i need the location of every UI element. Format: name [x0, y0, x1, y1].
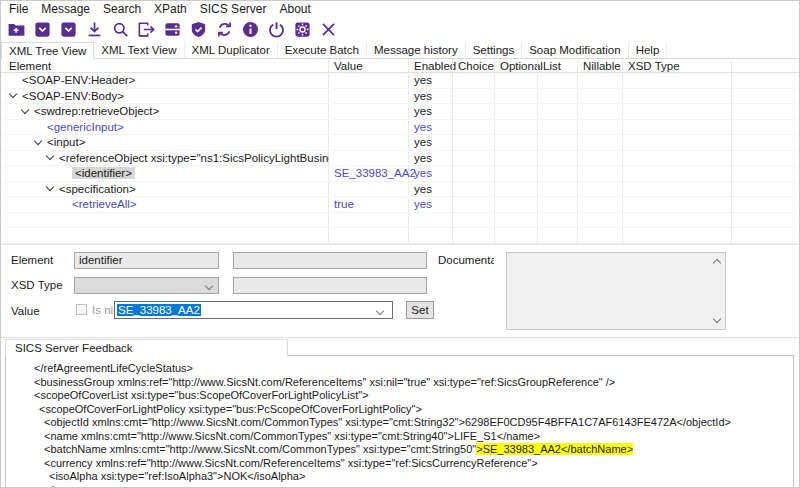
menu-bar: File Message Search XPath SICS Server Ab…: [1, 1, 799, 16]
feedback-content[interactable]: </refAgreementLifeCycleStatus> <business…: [5, 355, 794, 488]
tree-row-specification[interactable]: <specification> yes: [1, 182, 799, 198]
menu-about[interactable]: About: [279, 2, 310, 16]
column-header-value[interactable]: Value: [329, 60, 409, 72]
column-header-xsd-type[interactable]: XSD Type: [623, 60, 732, 72]
element-label: Element: [11, 254, 53, 266]
column-header-list[interactable]: List: [538, 60, 578, 72]
xml-line: <name xmlns:cmt="http://www.SicsNt.com/C…: [6, 430, 793, 444]
value-label: Value: [11, 305, 40, 317]
search-icon[interactable]: [111, 20, 130, 39]
column-header-enabled[interactable]: Enabled: [409, 60, 453, 72]
column-header-choice[interactable]: Choice: [453, 60, 495, 72]
element-tag: <genericInput>: [47, 121, 124, 133]
xml-line: <scopeOfCoverForLightPolicy xsi:type="bu…: [6, 403, 793, 417]
enabled-cell: yes: [409, 90, 432, 102]
xml-line: <currency xmlns:ref="http://www.SicsNt.c…: [6, 457, 793, 471]
element-tag-selected: <identifier>: [72, 167, 135, 179]
xml-line: <businessGroup xmlns:ref="http://www.Sic…: [6, 376, 793, 390]
tab-xml-tree-view[interactable]: XML Tree View: [1, 42, 94, 59]
tree-row-reference-object[interactable]: <referenceObject xsi:type="ns1:SicsPolic…: [1, 151, 799, 167]
column-header-element[interactable]: Element: [1, 60, 329, 72]
element-detail-panel: Element identifier XSD Type Value Is nil…: [1, 244, 799, 337]
xml-line: </refAgreementLifeCycleStatus>: [6, 362, 793, 376]
value-cell: true: [329, 198, 409, 210]
save-message-icon[interactable]: [33, 20, 52, 39]
xml-line: <isoAlpha xsi:type="ref:IsoAlpha3">NOK</…: [6, 470, 793, 484]
element-tag: <swdrep:retrieveObject>: [34, 105, 159, 117]
element-tag: <SOAP-ENV:Body>: [22, 90, 124, 102]
tab-message-history[interactable]: Message history: [367, 42, 466, 58]
value-combobox[interactable]: SE_33983_AA2: [114, 301, 393, 319]
enabled-cell: yes: [409, 136, 432, 148]
xsd-type-extra-field[interactable]: [233, 277, 427, 294]
is-nil-checkbox[interactable]: [76, 304, 87, 315]
set-button[interactable]: Set: [406, 301, 434, 319]
tree-row-retrieve-all[interactable]: <retrieveAll> true yes: [1, 197, 799, 213]
expander-icon[interactable]: [9, 91, 18, 100]
new-folder-icon[interactable]: [7, 20, 26, 39]
download-icon[interactable]: [85, 20, 104, 39]
enabled-cell: yes: [409, 183, 432, 195]
tab-xml-duplicator[interactable]: XML Duplicator: [185, 42, 278, 58]
refresh-icon[interactable]: [215, 20, 234, 39]
enabled-cell: yes: [409, 152, 432, 164]
close-icon[interactable]: [319, 20, 338, 39]
power-icon[interactable]: [267, 20, 286, 39]
enabled-cell: yes: [409, 121, 432, 133]
expander-icon[interactable]: [46, 184, 55, 193]
load-message-icon[interactable]: [59, 20, 78, 39]
element-tag: <referenceObject xsi:type="ns1:SicsPolic…: [59, 152, 329, 164]
documentation-label: Documentation: [438, 254, 494, 266]
menu-search[interactable]: Search: [103, 2, 141, 16]
element-tag: <retrieveAll>: [72, 198, 137, 210]
is-nil-label: Is nil: [92, 304, 116, 316]
element-extra-field[interactable]: [233, 252, 427, 269]
highlighted-batchname-text: >SE_33983_AA2</batchName>: [476, 443, 633, 455]
scroll-up-icon[interactable]: [713, 257, 721, 265]
xml-line-batchname: <batchName xmlns:cmt="http://www.SicsNt.…: [6, 443, 793, 457]
menu-message[interactable]: Message: [41, 2, 90, 16]
tab-settings[interactable]: Settings: [466, 42, 523, 58]
value-selected-text: SE_33983_AA2: [117, 304, 201, 316]
element-tag: <SOAP-ENV:Header>: [22, 74, 135, 86]
layout-icon[interactable]: [163, 20, 182, 39]
element-name-field[interactable]: identifier: [74, 252, 219, 269]
tab-execute-batch[interactable]: Execute Batch: [278, 42, 367, 58]
xsd-type-label: XSD Type: [11, 279, 63, 291]
element-tag: <input>: [47, 136, 85, 148]
xml-line: </currency>: [6, 484, 793, 488]
info-icon[interactable]: [241, 20, 260, 39]
tab-xml-text-view[interactable]: XML Text View: [94, 42, 184, 58]
column-header-nillable[interactable]: Nillable: [578, 60, 623, 72]
tab-soap-modification[interactable]: Soap Modification: [522, 42, 628, 58]
scroll-down-icon[interactable]: [713, 315, 721, 323]
feedback-tab[interactable]: SICS Server Feedback: [5, 339, 288, 356]
menu-xpath[interactable]: XPath: [154, 2, 187, 16]
tree-row-identifier[interactable]: <identifier> SE_33983_AA2 yes: [1, 166, 799, 182]
tab-help[interactable]: Help: [629, 42, 668, 58]
validate-shield-icon[interactable]: [189, 20, 208, 39]
tree-row-input[interactable]: <input> yes: [1, 135, 799, 151]
tree-row-generic-input[interactable]: <genericInput> yes: [1, 120, 799, 136]
xml-line: <objectId xmlns:cmt="http://www.SicsNt.c…: [6, 416, 793, 430]
tree-row-retrieve-object[interactable]: <swdrep:retrieveObject> yes: [1, 104, 799, 120]
tab-strip: XML Tree View XML Text View XML Duplicat…: [1, 42, 799, 59]
menu-sics-server[interactable]: SICS Server: [200, 2, 267, 16]
enabled-cell: yes: [409, 74, 432, 86]
enabled-cell: yes: [409, 198, 432, 210]
enabled-cell: yes: [409, 105, 432, 117]
menu-file[interactable]: File: [9, 2, 28, 16]
xsd-type-dropdown[interactable]: [74, 277, 219, 294]
documentation-textarea[interactable]: [506, 252, 726, 330]
send-icon[interactable]: [137, 20, 156, 39]
expander-icon[interactable]: [46, 153, 55, 162]
settings-icon[interactable]: [293, 20, 312, 39]
tree-row-soap-header[interactable]: <SOAP-ENV:Header> yes: [1, 73, 799, 89]
chevron-down-icon: [376, 307, 384, 315]
enabled-cell: yes: [409, 167, 432, 179]
tree-row-soap-body[interactable]: <SOAP-ENV:Body> yes: [1, 89, 799, 105]
expander-icon[interactable]: [21, 107, 30, 116]
expander-icon[interactable]: [34, 138, 43, 147]
xml-line: <scopeOfCoverList xsi:type="bus:ScopeOfC…: [6, 389, 793, 403]
column-header-optional[interactable]: Optional: [495, 60, 538, 72]
